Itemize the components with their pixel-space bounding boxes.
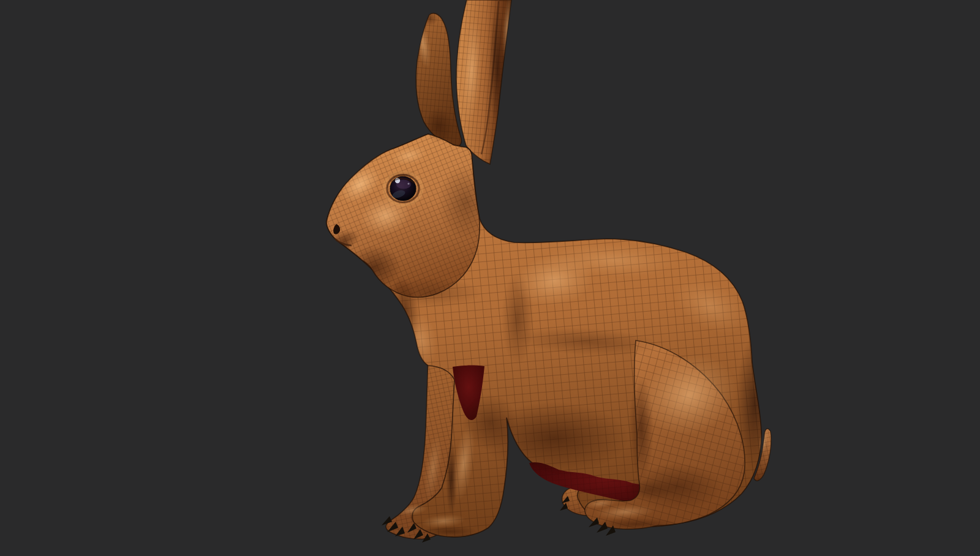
- eye-secondary-highlight: [407, 182, 409, 184]
- viewport-canvas[interactable]: [0, 0, 980, 556]
- viewport-3d[interactable]: [0, 0, 980, 556]
